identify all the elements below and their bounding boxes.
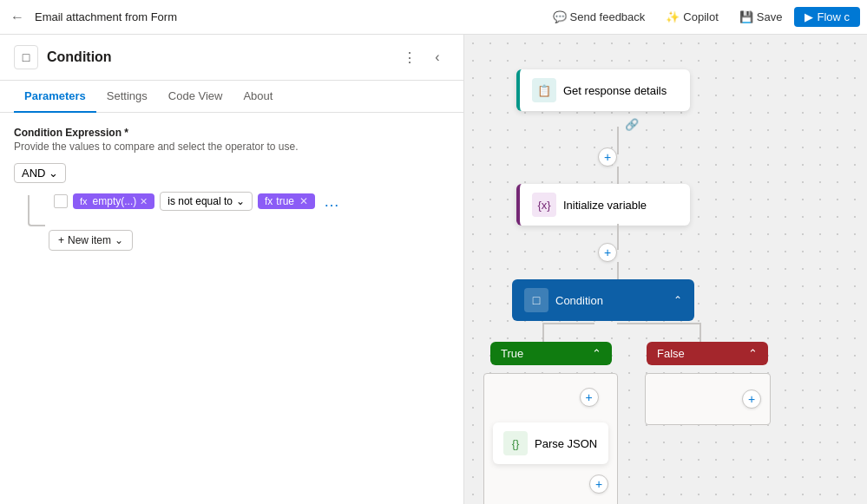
- connector-4: [617, 262, 619, 281]
- init-var-icon: {x}: [532, 193, 556, 217]
- condition-rows: fx empty(...) ✕ is not equal to ⌄ fx tru…: [54, 192, 450, 216]
- panel-header-actions: ⋮ ‹: [397, 45, 450, 69]
- more-options-button[interactable]: ⋮: [397, 45, 422, 69]
- copilot-button[interactable]: ✨ Copilot: [657, 7, 726, 27]
- and-select[interactable]: AND ⌄: [14, 163, 66, 183]
- parse-json-node[interactable]: {} Parse JSON: [493, 422, 608, 464]
- false-chevron-up: ⌃: [748, 347, 758, 360]
- condition-expression-sublabel: Provide the values to compare and select…: [14, 141, 450, 153]
- condition-checkbox[interactable]: [54, 194, 68, 208]
- right-canvas: 📋 Get response details 🔗 + {x} Initializ…: [464, 35, 867, 504]
- panel-tabs: Parameters Settings Code View About: [0, 81, 463, 113]
- send-feedback-button[interactable]: 💬 Send feedback: [544, 7, 654, 27]
- parse-json-wrapper: {} Parse JSON: [493, 422, 608, 464]
- fx-icon: fx: [80, 196, 88, 206]
- add-step-2[interactable]: +: [598, 243, 617, 262]
- copilot-icon: ✨: [666, 10, 680, 23]
- add-step-1[interactable]: +: [598, 147, 617, 167]
- new-item-chevron-icon: ⌄: [115, 234, 123, 246]
- condition-panel-icon: □: [14, 45, 38, 69]
- topbar: ← Email attachment from Form 💬 Send feed…: [0, 0, 867, 35]
- topbar-title: Email attachment from Form: [35, 10, 537, 23]
- true-branch[interactable]: True ⌃: [490, 342, 612, 365]
- condition-node-icon: □: [524, 288, 548, 312]
- connector-2: [617, 167, 619, 186]
- row-more-button[interactable]: …: [320, 193, 343, 211]
- new-item-row: + New item ⌄: [49, 230, 450, 251]
- true-branch-content: + {} Parse JSON + □ Apply to each: [483, 373, 618, 504]
- topbar-actions: 💬 Send feedback ✨ Copilot 💾 Save ▶ Flow …: [544, 7, 860, 27]
- expression-chip-close[interactable]: ✕: [140, 196, 148, 207]
- and-dropdown: AND ⌄: [14, 163, 450, 183]
- value-chip[interactable]: fx true ✕: [258, 193, 315, 209]
- operator-select[interactable]: is not equal to ⌄: [160, 192, 253, 211]
- save-icon: 💾: [739, 10, 753, 23]
- connector-3: [617, 224, 619, 250]
- close-panel-button[interactable]: ‹: [425, 45, 450, 69]
- false-branch[interactable]: False ⌃: [647, 342, 768, 365]
- expression-chip[interactable]: fx empty(...) ✕: [73, 193, 154, 209]
- tab-about[interactable]: About: [233, 81, 283, 113]
- condition-row: fx empty(...) ✕ is not equal to ⌄ fx tru…: [54, 192, 450, 211]
- add-after-parse[interactable]: +: [589, 475, 608, 494]
- flow-button[interactable]: ▶ Flow c: [794, 7, 860, 27]
- parse-json-icon: {}: [503, 431, 528, 455]
- main-layout: □ Condition ⋮ ‹ Parameters Settings Code…: [0, 35, 867, 504]
- flow-container: 📋 Get response details 🔗 + {x} Initializ…: [464, 35, 867, 504]
- get-response-node[interactable]: 📋 Get response details: [516, 69, 690, 111]
- feedback-icon: 💬: [553, 10, 567, 23]
- tab-code-view[interactable]: Code View: [158, 81, 233, 113]
- false-connector: [700, 323, 701, 344]
- left-panel: □ Condition ⋮ ‹ Parameters Settings Code…: [0, 35, 464, 504]
- condition-flow-node[interactable]: □ Condition ⌃: [512, 279, 694, 321]
- link-icon[interactable]: 🔗: [625, 118, 639, 131]
- connector-1: [617, 127, 619, 154]
- and-chevron-icon: ⌄: [49, 167, 58, 180]
- panel-title: Condition: [47, 49, 389, 65]
- new-item-button[interactable]: + New item ⌄: [49, 230, 133, 251]
- false-branch-content: +: [645, 373, 771, 425]
- true-connector: [542, 323, 544, 344]
- value-fx-icon: fx: [265, 195, 273, 207]
- tab-settings[interactable]: Settings: [96, 81, 158, 113]
- panel-header: □ Condition ⋮ ‹: [0, 35, 463, 81]
- condition-chevron-up: ⌃: [673, 294, 682, 306]
- panel-content: Condition Expression * Provide the value…: [0, 113, 463, 504]
- branch-line-left: [542, 323, 594, 324]
- true-chevron-up: ⌃: [592, 347, 601, 360]
- flow-icon: ▶: [805, 10, 813, 23]
- add-false-step[interactable]: +: [742, 389, 761, 409]
- back-button[interactable]: ←: [7, 7, 28, 28]
- add-icon: +: [58, 234, 64, 246]
- condition-expression-label: Condition Expression *: [14, 127, 450, 139]
- get-response-icon: 📋: [532, 78, 556, 102]
- operator-chevron-icon: ⌄: [236, 195, 245, 207]
- add-true-step[interactable]: +: [580, 388, 599, 407]
- init-variable-node[interactable]: {x} Initialize variable: [516, 184, 690, 226]
- condition-row-container: fx empty(...) ✕ is not equal to ⌄ fx tru…: [28, 192, 450, 226]
- value-chip-close[interactable]: ✕: [299, 195, 308, 207]
- tree-line: [28, 195, 45, 226]
- save-button[interactable]: 💾 Save: [731, 7, 791, 27]
- branch-line-right: [617, 323, 700, 324]
- tab-parameters[interactable]: Parameters: [14, 81, 96, 113]
